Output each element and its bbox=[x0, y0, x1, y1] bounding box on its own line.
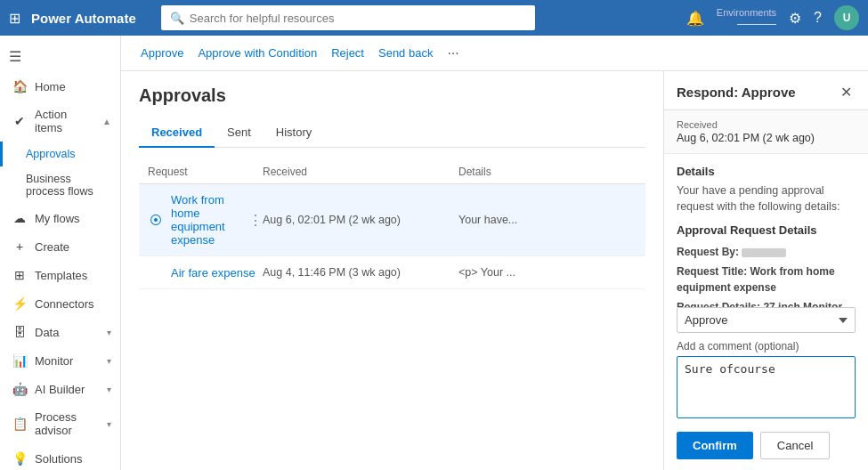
avatar[interactable]: U bbox=[834, 5, 859, 30]
notification-icon[interactable]: 🔔 bbox=[686, 10, 704, 27]
comment-label: Add a comment (optional) bbox=[677, 340, 856, 352]
request-title-label: Request Title: bbox=[677, 265, 747, 278]
pending-text: Your have a pending approval request wit… bbox=[677, 183, 856, 215]
environment-selector[interactable]: Environments ———— bbox=[717, 7, 776, 28]
ai-builder-chevron: ▾ bbox=[107, 385, 111, 394]
received-label: Received bbox=[677, 119, 856, 130]
respond-select-wrap: Approve Reject Approve with Condition Se… bbox=[664, 307, 868, 340]
sidebar-hamburger[interactable]: ☰ bbox=[0, 41, 120, 72]
table-row[interactable]: ⦿ Work from home equipment expense ⋮ Aug… bbox=[139, 184, 645, 256]
approve-button[interactable]: Approve bbox=[135, 43, 189, 63]
approve-condition-button[interactable]: Approve with Condition bbox=[192, 43, 322, 63]
table-header: Request Received Details bbox=[139, 160, 645, 184]
sidebar-item-action-items[interactable]: ✔ Action items ▲ bbox=[0, 101, 120, 142]
process-advisor-icon: 📋 bbox=[12, 417, 28, 431]
my-flows-icon: ☁ bbox=[12, 211, 28, 225]
sidebar-item-business-process-flows[interactable]: Business process flows bbox=[0, 166, 120, 204]
comment-textarea[interactable]: Sure ofcourse bbox=[677, 356, 856, 418]
monitor-chevron: ▾ bbox=[107, 356, 111, 366]
request-details-value: 27 inch Monitor bbox=[763, 301, 842, 307]
row-request-cell: ⦿ Work from home equipment expense ⋮ bbox=[148, 193, 263, 247]
sidebar-item-my-flows[interactable]: ☁ My flows bbox=[0, 204, 120, 232]
request-by-label: Request By: bbox=[677, 246, 739, 258]
bpf-sub-label: Business process flows bbox=[26, 173, 93, 198]
row-request-label: Air fare expense bbox=[171, 266, 256, 280]
approval-request-title: Approval Request Details bbox=[677, 223, 856, 237]
search-bar[interactable]: 🔍 bbox=[161, 5, 535, 30]
send-back-button[interactable]: Send back bbox=[373, 43, 438, 63]
more-actions-button[interactable]: ··· bbox=[442, 44, 464, 63]
main-layout: ☰ 🏠 Home ✔ Action items ▲ Approvals Busi… bbox=[0, 36, 868, 470]
sidebar-item-connectors[interactable]: ⚡ Connectors bbox=[0, 289, 120, 318]
check-icon-empty: ⦿ bbox=[148, 265, 164, 280]
request-title-row: Request Title: Work from home equipment … bbox=[677, 263, 856, 296]
sidebar: ☰ 🏠 Home ✔ Action items ▲ Approvals Busi… bbox=[0, 36, 121, 470]
sidebar-item-process-advisor[interactable]: 📋 Process advisor ▾ bbox=[0, 403, 120, 444]
tab-sent[interactable]: Sent bbox=[215, 118, 264, 148]
respond-panel: Respond: Approve ✕ Received Aug 6, 02:01… bbox=[663, 71, 868, 470]
row-request-label: Work from home equipment expense bbox=[171, 193, 234, 247]
ai-builder-icon: 🤖 bbox=[12, 382, 28, 396]
action-items-icon: ✔ bbox=[12, 114, 28, 128]
sidebar-item-create[interactable]: + Create bbox=[0, 232, 120, 261]
row-received-cell: Aug 4, 11:46 PM (3 wk ago) bbox=[263, 266, 458, 279]
app-logo: Power Automate bbox=[31, 11, 136, 26]
tab-received[interactable]: Received bbox=[139, 118, 215, 148]
sidebar-item-approvals[interactable]: Approvals bbox=[0, 142, 120, 166]
sidebar-item-data[interactable]: 🗄 Data ▾ bbox=[0, 318, 120, 346]
respond-panel-title: Respond: Approve bbox=[677, 85, 796, 100]
data-chevron: ▾ bbox=[107, 328, 111, 337]
tabs-row: Received Sent History bbox=[139, 118, 645, 148]
col-header-received: Received bbox=[263, 166, 458, 178]
page-title: Approvals bbox=[139, 85, 645, 106]
grid-icon[interactable]: ⊞ bbox=[9, 10, 20, 27]
col-header-details: Details bbox=[458, 166, 637, 178]
settings-icon[interactable]: ⚙ bbox=[789, 10, 801, 27]
received-value: Aug 6, 02:01 PM (2 wk ago) bbox=[677, 132, 856, 144]
approvals-sub-label: Approvals bbox=[26, 148, 76, 160]
col-header-request: Request bbox=[148, 166, 263, 178]
tab-history[interactable]: History bbox=[264, 118, 324, 148]
sidebar-item-templates[interactable]: ⊞ Templates bbox=[0, 261, 120, 289]
search-input[interactable] bbox=[190, 12, 526, 25]
process-advisor-chevron: ▾ bbox=[107, 419, 111, 429]
cancel-button[interactable]: Cancel bbox=[760, 432, 830, 459]
row-details-cell: Your have... bbox=[458, 214, 637, 226]
action-bar: Approve Approve with Condition Reject Se… bbox=[121, 36, 868, 71]
request-details-row: Request Details: 27 inch Monitor bbox=[677, 299, 856, 307]
help-icon[interactable]: ? bbox=[814, 10, 822, 26]
respond-panel-header: Respond: Approve ✕ bbox=[664, 71, 868, 110]
row-request-cell: ⦿ Air fare expense bbox=[148, 265, 263, 280]
environment-value: ———— bbox=[737, 18, 776, 28]
topbar-right: 🔔 Environments ———— ⚙ ? U bbox=[686, 5, 859, 30]
create-icon: + bbox=[12, 239, 28, 254]
home-icon: 🏠 bbox=[12, 79, 28, 93]
environment-label: Environments bbox=[717, 7, 776, 18]
request-details-label: Request Details: bbox=[677, 301, 760, 307]
row-received-cell: Aug 6, 02:01 PM (2 wk ago) bbox=[263, 214, 458, 226]
respond-panel-close-button[interactable]: ✕ bbox=[837, 82, 856, 102]
respond-actions: Confirm Cancel bbox=[664, 432, 868, 470]
action-items-chevron: ▲ bbox=[102, 117, 111, 126]
request-by-row: Request By: bbox=[677, 244, 856, 260]
sidebar-item-monitor[interactable]: 📊 Monitor ▾ bbox=[0, 346, 120, 375]
row-options-icon[interactable]: ⋮ bbox=[248, 212, 263, 229]
comment-wrap: Add a comment (optional) Sure ofcourse bbox=[664, 340, 868, 432]
approvals-main: Approvals Received Sent History Request … bbox=[121, 71, 663, 470]
details-section: Details Your have a pending approval req… bbox=[664, 154, 868, 307]
topbar: ⊞ Power Automate 🔍 🔔 Environments ———— ⚙… bbox=[0, 0, 868, 36]
table-row[interactable]: ⦿ Air fare expense Aug 4, 11:46 PM (3 wk… bbox=[139, 256, 645, 289]
reject-button[interactable]: Reject bbox=[326, 43, 369, 63]
row-details-cell: <p> Your ... bbox=[458, 266, 637, 279]
respond-select[interactable]: Approve Reject Approve with Condition Se… bbox=[677, 307, 856, 333]
sidebar-item-home[interactable]: 🏠 Home bbox=[0, 72, 120, 101]
request-by-redacted bbox=[742, 248, 786, 257]
templates-icon: ⊞ bbox=[12, 268, 28, 282]
details-title: Details bbox=[677, 165, 856, 178]
solutions-icon: 💡 bbox=[12, 451, 28, 466]
data-icon: 🗄 bbox=[12, 325, 28, 339]
confirm-button[interactable]: Confirm bbox=[677, 432, 753, 459]
sidebar-item-ai-builder[interactable]: 🤖 AI Builder ▾ bbox=[0, 375, 120, 403]
check-icon: ⦿ bbox=[148, 213, 164, 227]
sidebar-item-solutions[interactable]: 💡 Solutions bbox=[0, 444, 120, 470]
